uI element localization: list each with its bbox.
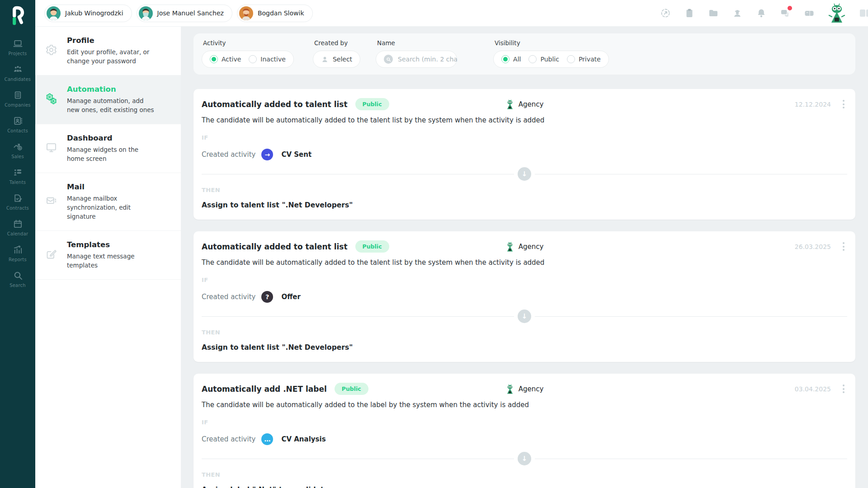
- radio-selected[interactable]: [210, 55, 218, 63]
- panel-toggle-icon[interactable]: [859, 8, 868, 19]
- folder-icon[interactable]: [708, 8, 719, 19]
- activity-radio-group: Active Inactive: [202, 51, 294, 68]
- radio-unselected[interactable]: [249, 55, 257, 63]
- sidebar-item-search[interactable]: Search: [0, 266, 35, 292]
- visibility-radio-group: All Public Private: [493, 51, 609, 68]
- if-label: IF: [202, 277, 847, 283]
- radio-option-all[interactable]: All: [501, 55, 521, 63]
- sidebar-item-projects[interactable]: Projects: [0, 34, 35, 60]
- sidebar-item-calendar[interactable]: Calendar: [0, 215, 35, 240]
- agency-robot-icon: [505, 99, 514, 109]
- sidebar-item-candidates[interactable]: Candidates: [0, 60, 35, 86]
- kebab-menu-icon[interactable]: [840, 383, 847, 395]
- settings-item-title: Dashboard: [67, 134, 156, 142]
- mailbox-icon[interactable]: [804, 8, 815, 19]
- settings-item-automation[interactable]: Automation Manage automation, add new on…: [35, 75, 181, 124]
- settings-item-description: Manage mailbox synchronization, edit sig…: [67, 194, 156, 221]
- radio-option-private[interactable]: Private: [567, 55, 601, 63]
- settings-item-mail[interactable]: Mail Manage mailbox synchronization, edi…: [35, 173, 181, 231]
- filter-label: Created by: [314, 39, 360, 47]
- then-label: THEN: [202, 187, 847, 193]
- condition-text: Created activity: [202, 293, 255, 301]
- card-header: Automatically add .NET label Public Agen…: [202, 374, 847, 395]
- activity-type-icon: ?: [261, 291, 273, 303]
- settings-item-description: Edit your profile, avatar, or change you…: [67, 48, 156, 66]
- robot-avatar[interactable]: [828, 3, 846, 23]
- action-prefix: Assign to talent list: [202, 201, 279, 209]
- activity-name: CV Analysis: [281, 435, 326, 443]
- user-chips: Jakub Winogrodzki Jose Manuel Sanchez Bo…: [44, 5, 313, 22]
- automation-card: Automatically added to talent list Publi…: [193, 231, 855, 362]
- radio-unselected[interactable]: [528, 55, 537, 63]
- candidates-icon: [13, 64, 23, 75]
- search-icon: [13, 270, 23, 281]
- settings-item-text: Automation Manage automation, add new on…: [67, 85, 156, 114]
- target-icon[interactable]: [660, 8, 671, 19]
- name-search-pill[interactable]: [376, 51, 457, 68]
- clipboard-icon[interactable]: [684, 8, 695, 19]
- radio-label: Inactive: [260, 56, 286, 63]
- user-chip-name: Bogdan Slowik: [258, 9, 304, 17]
- activity-name: CV Sent: [281, 150, 311, 159]
- settings-item-description: Manage widgets on the home screen: [67, 145, 156, 163]
- main-content: Activity Active Inactive Created by: [181, 27, 868, 488]
- arrow-down-icon[interactable]: ↓: [518, 310, 531, 323]
- sidebar-item-label: Search: [9, 283, 26, 288]
- card-header: Automatically added to talent list Publi…: [202, 89, 847, 110]
- radio-option-public[interactable]: Public: [528, 55, 559, 63]
- sidebar-item-companies[interactable]: Companies: [0, 86, 35, 112]
- settings-item-description: Manage text message templates: [67, 252, 156, 270]
- name-search-input[interactable]: [398, 56, 458, 63]
- chat-icon[interactable]: [780, 8, 791, 19]
- sidebar-item-label: Contracts: [6, 206, 29, 211]
- contacts-icon: [13, 116, 23, 126]
- filter-label: Activity: [203, 39, 294, 47]
- radio-label: Private: [579, 56, 601, 63]
- sidebar-item-sales[interactable]: Sales: [0, 137, 35, 163]
- logo-r-icon: [6, 4, 29, 27]
- sidebar-item-contracts[interactable]: Contracts: [0, 189, 35, 215]
- user-chip[interactable]: Bogdan Slowik: [237, 5, 313, 22]
- agent-icon[interactable]: [732, 8, 743, 19]
- settings-item-text: Templates Manage text message templates: [67, 240, 156, 270]
- card-title: Automatically added to talent list: [202, 100, 348, 109]
- radio-option-inactive[interactable]: Inactive: [249, 55, 286, 63]
- filter-visibility: Visibility All Public Private: [493, 39, 609, 68]
- visibility-badge: Public: [355, 98, 389, 110]
- radio-label: All: [513, 56, 521, 63]
- action-prefix: Assign label: [202, 486, 250, 488]
- condition-text: Created activity: [202, 435, 255, 443]
- arrow-down-icon[interactable]: ↓: [518, 452, 531, 465]
- radio-option-active[interactable]: Active: [210, 55, 241, 63]
- settings-item-templates[interactable]: Templates Manage text message templates: [35, 231, 181, 280]
- bell-icon[interactable]: [756, 8, 767, 19]
- sidebar-item-label: Candidates: [5, 77, 31, 82]
- main-sidebar: Projects Candidates Companies Contacts S…: [0, 0, 35, 488]
- user-chip[interactable]: Jose Manuel Sanchez: [137, 5, 232, 22]
- arrow-down-icon[interactable]: ↓: [518, 167, 531, 181]
- then-label: THEN: [202, 471, 847, 478]
- kebab-menu-icon[interactable]: [840, 98, 847, 110]
- owner-name: Agency: [519, 243, 544, 251]
- radio-selected[interactable]: [501, 55, 509, 63]
- sidebar-item-reports[interactable]: Reports: [0, 240, 35, 266]
- contracts-icon: [13, 193, 23, 203]
- user-chip[interactable]: Jakub Winogrodzki: [44, 5, 132, 22]
- kebab-menu-icon[interactable]: [840, 240, 847, 253]
- select-value: Select: [333, 56, 352, 63]
- settings-item-profile[interactable]: Profile Edit your profile, avatar, or ch…: [35, 27, 181, 75]
- avatar: [239, 6, 253, 20]
- created-by-select[interactable]: Select: [313, 51, 360, 68]
- settings-menu: Profile Edit your profile, avatar, or ch…: [35, 27, 181, 488]
- sidebar-item-talents[interactable]: Talents: [0, 163, 35, 189]
- card-title: Automatically added to talent list: [202, 242, 348, 251]
- activity-type-icon: →: [261, 149, 273, 160]
- radio-unselected[interactable]: [567, 55, 575, 63]
- filter-label: Visibility: [495, 39, 609, 47]
- app-logo[interactable]: [6, 4, 29, 27]
- sidebar-item-label: Sales: [11, 154, 24, 159]
- owner-name: Agency: [519, 385, 544, 393]
- settings-item-dashboard[interactable]: Dashboard Manage widgets on the home scr…: [35, 124, 181, 173]
- companies-icon: [13, 90, 23, 100]
- sidebar-item-contacts[interactable]: Contacts: [0, 112, 35, 137]
